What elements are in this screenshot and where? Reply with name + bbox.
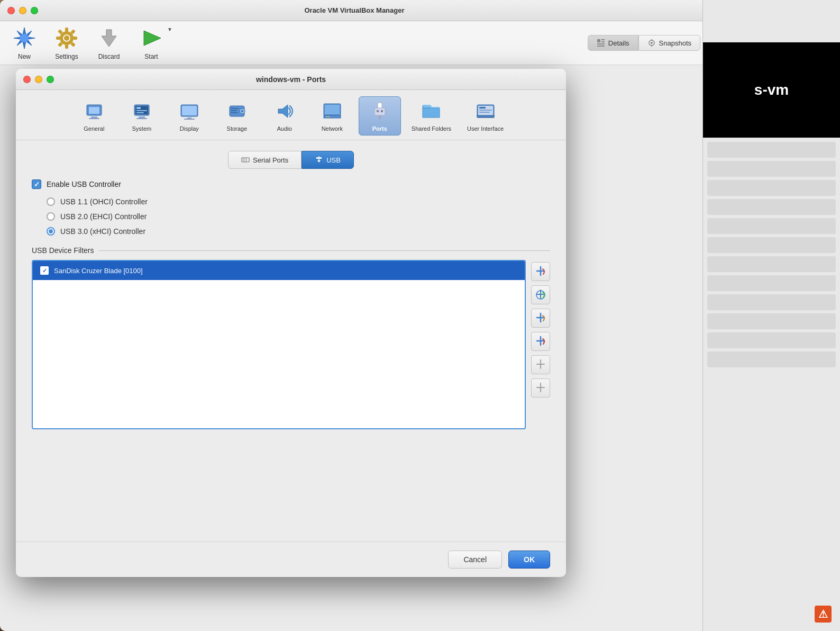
cancel-button[interactable]: Cancel bbox=[448, 551, 502, 569]
filter-actions bbox=[531, 260, 550, 429]
add-usb-device-button[interactable] bbox=[531, 285, 550, 304]
svg-rect-19 bbox=[597, 46, 605, 47]
svg-rect-5 bbox=[65, 44, 68, 49]
start-button[interactable]: Start bbox=[135, 25, 167, 60]
svg-rect-48 bbox=[324, 115, 341, 118]
settings-system-icon[interactable]: System bbox=[121, 97, 163, 135]
filter-sandisk-label: SanDisk Cruzer Blade [0100] bbox=[54, 267, 517, 275]
user-interface-label: User Interface bbox=[467, 125, 504, 132]
minimize-button[interactable] bbox=[19, 7, 26, 14]
start-dropdown-arrow[interactable]: ▼ bbox=[167, 26, 172, 32]
settings-dialog: windows-vm - Ports General bbox=[16, 69, 566, 577]
ok-button[interactable]: OK bbox=[508, 551, 550, 569]
app-title: Oracle VM VirtualBox Manager bbox=[304, 6, 404, 14]
filter-item-sandisk[interactable]: ✓ SanDisk Cruzer Blade [0100] bbox=[33, 261, 525, 280]
svg-rect-38 bbox=[184, 119, 195, 120]
settings-shared-folders-icon[interactable]: Shared Folders bbox=[406, 97, 456, 135]
svg-rect-59 bbox=[479, 110, 492, 111]
manager-right-buttons: Details Snapshots bbox=[588, 35, 700, 51]
display-icon bbox=[178, 100, 200, 122]
usb30-radio[interactable] bbox=[47, 227, 55, 236]
svg-rect-22 bbox=[651, 39, 652, 41]
svg-rect-25 bbox=[89, 107, 99, 114]
general-icon bbox=[83, 100, 105, 122]
usb20-radio[interactable] bbox=[47, 212, 55, 221]
dialog-zoom-button[interactable] bbox=[47, 76, 54, 83]
manager-toolbar: New bbox=[0, 21, 709, 65]
settings-storage-icon[interactable]: Storage bbox=[216, 97, 258, 135]
settings-user-interface-icon[interactable]: User Interface bbox=[462, 97, 509, 135]
rp-row-3 bbox=[707, 180, 836, 196]
add-filter-button[interactable] bbox=[531, 262, 550, 281]
title-bar: Oracle VM VirtualBox Manager bbox=[0, 0, 709, 21]
svg-point-50 bbox=[328, 116, 330, 117]
settings-audio-icon[interactable]: Audio bbox=[263, 97, 306, 135]
svg-rect-17 bbox=[601, 41, 605, 42]
rp-row-4 bbox=[707, 199, 836, 215]
move-down-button[interactable] bbox=[531, 378, 550, 398]
usb11-radio-row: USB 1.1 (OHCI) Controller bbox=[47, 197, 550, 206]
usb-filters-section: USB Device Filters ✓ SanDisk Cruzer Blad… bbox=[32, 246, 550, 429]
rp-row-5 bbox=[707, 218, 836, 234]
svg-rect-53 bbox=[377, 110, 379, 112]
discard-icon bbox=[96, 25, 122, 51]
svg-rect-16 bbox=[601, 39, 605, 40]
filters-section-header: USB Device Filters bbox=[32, 246, 550, 255]
svg-point-49 bbox=[326, 116, 327, 117]
enable-usb-checkbox[interactable]: ✓ bbox=[32, 179, 41, 189]
dialog-close-button[interactable] bbox=[23, 76, 31, 83]
svg-marker-12 bbox=[102, 30, 116, 47]
settings-display-icon[interactable]: Display bbox=[168, 97, 211, 135]
svg-rect-36 bbox=[182, 106, 197, 115]
close-button[interactable] bbox=[7, 7, 15, 14]
rp-row-9 bbox=[707, 294, 836, 310]
network-icon bbox=[321, 100, 343, 122]
filter-sandisk-checkbox[interactable]: ✓ bbox=[40, 266, 49, 275]
serial-ports-tab-label: Serial Ports bbox=[253, 156, 288, 164]
rp-row-10 bbox=[707, 313, 836, 329]
start-icon bbox=[139, 25, 164, 51]
settings-network-icon[interactable]: Network bbox=[311, 97, 353, 135]
usb11-radio[interactable] bbox=[47, 197, 55, 206]
remove-filter-button[interactable] bbox=[531, 332, 550, 351]
svg-rect-18 bbox=[597, 43, 605, 44]
rp-row-2 bbox=[707, 161, 836, 177]
svg-rect-34 bbox=[136, 118, 147, 119]
settings-button[interactable]: Settings bbox=[51, 25, 83, 60]
svg-rect-61 bbox=[477, 115, 494, 118]
details-button[interactable]: Details bbox=[588, 35, 638, 51]
svg-rect-60 bbox=[479, 112, 490, 113]
port-tabs: Serial Ports USB bbox=[32, 151, 550, 169]
svg-point-1 bbox=[20, 34, 29, 42]
warning-icon: ⚠ bbox=[815, 606, 832, 623]
display-label: Display bbox=[180, 125, 199, 132]
usb20-label: USB 2.0 (EHCI) Controller bbox=[60, 212, 147, 221]
usb-tab-label: USB bbox=[326, 156, 341, 164]
new-label: New bbox=[18, 53, 31, 60]
svg-rect-15 bbox=[597, 39, 600, 42]
ports-icon bbox=[369, 100, 391, 122]
zoom-button[interactable] bbox=[31, 7, 38, 14]
settings-ports-icon[interactable]: Ports bbox=[359, 96, 401, 136]
svg-rect-42 bbox=[231, 108, 239, 109]
new-button[interactable]: New bbox=[8, 25, 40, 60]
settings-icons-bar: General System bbox=[16, 90, 566, 140]
serial-ports-tab[interactable]: Serial Ports bbox=[228, 151, 302, 169]
settings-general-icon[interactable]: General bbox=[73, 97, 115, 135]
serial-ports-tab-icon bbox=[241, 156, 250, 164]
discard-button[interactable]: Discard bbox=[93, 25, 125, 60]
general-label: General bbox=[84, 125, 104, 132]
rp-content bbox=[703, 138, 840, 375]
rp-row-8 bbox=[707, 275, 836, 291]
edit-filter-button[interactable] bbox=[531, 309, 550, 328]
svg-point-21 bbox=[651, 42, 653, 44]
dialog-minimize-button[interactable] bbox=[35, 76, 42, 83]
svg-marker-45 bbox=[278, 105, 288, 118]
move-up-button[interactable] bbox=[531, 355, 550, 374]
usb-tab[interactable]: USB bbox=[302, 151, 354, 169]
rp-row-7 bbox=[707, 256, 836, 272]
storage-icon bbox=[226, 100, 248, 122]
snapshots-button[interactable]: Snapshots bbox=[638, 35, 700, 51]
usb11-label: USB 1.1 (OHCI) Controller bbox=[60, 197, 148, 206]
svg-rect-43 bbox=[231, 110, 237, 111]
